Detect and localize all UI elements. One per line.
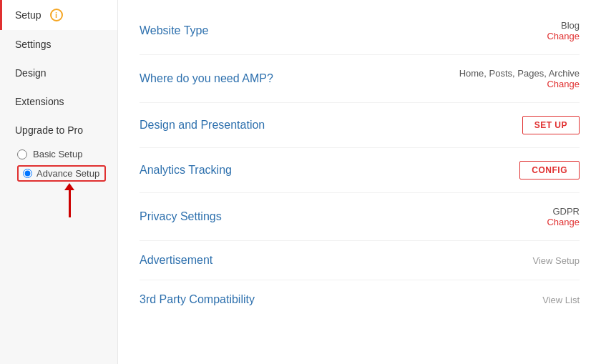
analytics-tracking-row: Analytics Tracking CONFIG: [140, 148, 580, 193]
privacy-settings-row: Privacy Settings GDPR Change: [140, 193, 580, 241]
sidebar-item-upgrade[interactable]: Upgrade to Pro: [0, 116, 117, 144]
setup-radio-group: Basic Setup Advance Setup: [0, 144, 117, 186]
website-type-value: Blog: [561, 20, 580, 31]
advertisement-title: Advertisement: [140, 254, 212, 267]
third-party-row: 3rd Party Compatibility View List: [140, 280, 580, 319]
design-presentation-action: SET UP: [522, 116, 580, 134]
amp-location-action: Home, Posts, Pages, Archive Change: [459, 68, 580, 89]
design-presentation-title: Design and Presentation: [140, 119, 265, 132]
advertisement-row: Advertisement View Setup: [140, 241, 580, 280]
design-presentation-row: Design and Presentation SET UP: [140, 103, 580, 148]
advance-setup-box: Advance Setup: [17, 165, 106, 182]
arrow-up-icon: [69, 189, 71, 217]
setup-button[interactable]: SET UP: [522, 116, 580, 134]
amp-location-row: Where do you need AMP? Home, Posts, Page…: [140, 55, 580, 103]
advertisement-action: View Setup: [532, 255, 580, 266]
analytics-tracking-title: Analytics Tracking: [140, 164, 232, 177]
sidebar: Setup i Settings Design Extensions Upgra…: [0, 0, 118, 364]
amp-location-change-link[interactable]: Change: [459, 79, 580, 89]
amp-location-value: Home, Posts, Pages, Archive: [459, 68, 580, 79]
arrow-indicator: [21, 189, 117, 225]
sidebar-item-design[interactable]: Design: [0, 59, 117, 87]
amp-location-title: Where do you need AMP?: [140, 72, 273, 85]
sidebar-item-settings[interactable]: Settings: [0, 30, 117, 59]
privacy-settings-title: Privacy Settings: [140, 210, 222, 223]
website-type-row: Website Type Blog Change: [140, 7, 580, 55]
sidebar-item-extensions[interactable]: Extensions: [0, 87, 117, 116]
advance-setup-radio[interactable]: [23, 169, 32, 178]
basic-setup-radio[interactable]: [17, 149, 27, 159]
third-party-view-list-link[interactable]: View List: [542, 295, 580, 305]
basic-setup-option[interactable]: Basic Setup: [17, 149, 106, 159]
website-type-title: Website Type: [140, 24, 208, 37]
sidebar-item-setup[interactable]: Setup i: [0, 0, 117, 30]
config-button[interactable]: CONFIG: [519, 161, 580, 179]
website-type-change-link[interactable]: Change: [547, 31, 580, 41]
advertisement-view-setup-link[interactable]: View Setup: [532, 255, 580, 266]
website-type-action: Blog Change: [547, 20, 580, 41]
info-icon: i: [50, 9, 63, 21]
analytics-tracking-action: CONFIG: [519, 161, 580, 179]
main-content: Website Type Blog Change Where do you ne…: [118, 0, 601, 364]
privacy-settings-action: GDPR Change: [547, 206, 580, 227]
third-party-title: 3rd Party Compatibility: [140, 293, 255, 306]
privacy-settings-change-link[interactable]: Change: [547, 217, 580, 227]
third-party-action: View List: [542, 295, 580, 305]
privacy-settings-value: GDPR: [552, 206, 580, 217]
